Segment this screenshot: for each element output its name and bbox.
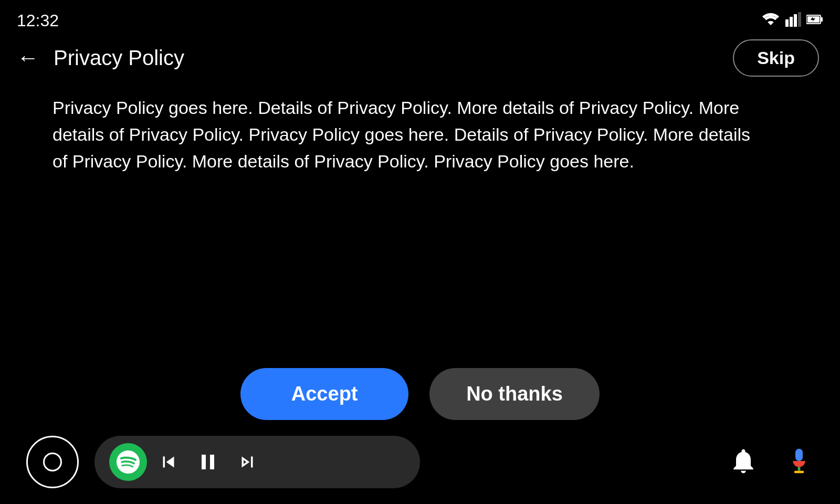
content-area: Privacy Policy goes here. Details of Pri… bbox=[0, 84, 840, 337]
bottom-nav bbox=[0, 420, 840, 504]
status-icons bbox=[761, 12, 823, 29]
pause-button[interactable] bbox=[195, 449, 220, 475]
svg-rect-0 bbox=[785, 19, 789, 27]
privacy-policy-text: Privacy Policy goes here. Details of Pri… bbox=[52, 94, 761, 175]
mic-icon[interactable] bbox=[784, 446, 814, 478]
svg-rect-8 bbox=[798, 467, 801, 471]
page-title: Privacy Policy bbox=[54, 46, 184, 70]
signal-icon bbox=[785, 12, 801, 29]
battery-icon bbox=[806, 14, 823, 27]
no-thanks-button[interactable]: No thanks bbox=[429, 368, 600, 420]
svg-rect-9 bbox=[794, 471, 804, 474]
spotify-logo[interactable] bbox=[109, 443, 147, 481]
toolbar-left: ← Privacy Policy bbox=[17, 45, 184, 70]
main-content: Privacy Policy goes here. Details of Pri… bbox=[0, 84, 840, 420]
svg-rect-7 bbox=[795, 449, 803, 461]
bottom-nav-left bbox=[26, 436, 420, 488]
bottom-nav-right bbox=[729, 446, 814, 478]
svg-rect-3 bbox=[798, 12, 801, 27]
svg-rect-5 bbox=[821, 17, 823, 22]
toolbar: ← Privacy Policy Skip bbox=[0, 37, 840, 84]
media-controls bbox=[158, 449, 258, 475]
back-button[interactable]: ← bbox=[17, 45, 39, 70]
accept-button[interactable]: Accept bbox=[240, 368, 408, 420]
skip-button[interactable]: Skip bbox=[733, 39, 819, 77]
bell-icon[interactable] bbox=[729, 446, 758, 478]
next-button[interactable] bbox=[236, 451, 258, 473]
svg-rect-2 bbox=[794, 14, 797, 27]
record-inner bbox=[43, 453, 62, 471]
buttons-area: Accept No thanks bbox=[0, 368, 840, 420]
prev-button[interactable] bbox=[158, 451, 180, 473]
svg-rect-1 bbox=[790, 17, 793, 27]
status-bar: 12:32 bbox=[0, 0, 840, 37]
record-button[interactable] bbox=[26, 436, 79, 488]
wifi-icon bbox=[761, 13, 780, 28]
media-player-pill bbox=[94, 436, 420, 488]
status-time: 12:32 bbox=[17, 11, 59, 30]
